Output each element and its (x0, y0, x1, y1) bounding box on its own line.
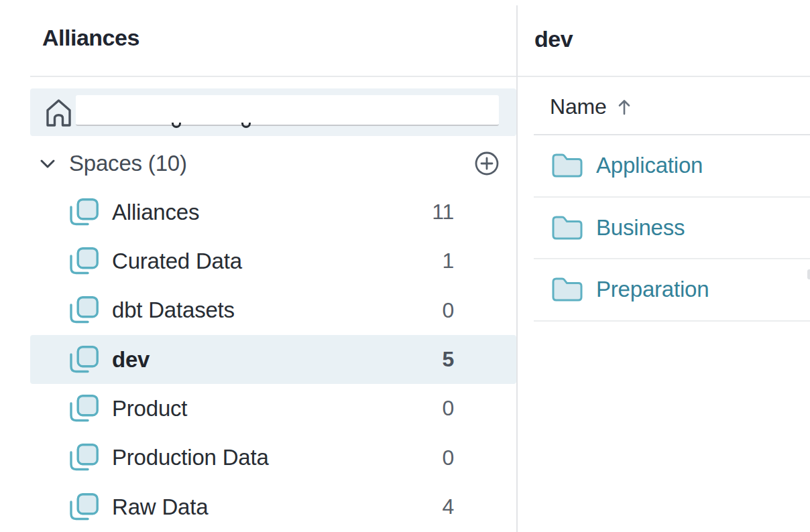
folder-icon (552, 153, 583, 178)
text-descender-mark (172, 123, 181, 128)
space-icon (69, 247, 99, 275)
add-space-button[interactable] (474, 151, 500, 176)
sort-ascending-icon (618, 98, 631, 116)
space-name: dbt Datasets (112, 297, 442, 323)
folder-icon (552, 216, 583, 240)
folder-icon (552, 277, 583, 302)
spaces-section-header: Spaces (10) (30, 141, 516, 186)
folder-row-preparation[interactable]: Preparation (534, 259, 810, 322)
spaces-sidebar: Alliances Spaces (10) (0, 0, 516, 532)
folder-link[interactable]: Business (596, 215, 685, 241)
text-descender-mark (241, 123, 251, 128)
page-title: dev (534, 27, 573, 50)
sidebar-title: Alliances (42, 26, 139, 49)
space-icon (69, 296, 99, 324)
folder-link[interactable]: Preparation (596, 277, 709, 302)
dataset-count: 0 (442, 396, 454, 421)
dataset-count: 4 (442, 494, 454, 519)
plus-circle-icon (474, 151, 500, 176)
dataset-count: 0 (442, 298, 454, 323)
sidebar-item-dev[interactable]: dev 5 (30, 335, 516, 384)
spaces-section-label: Spaces (10) (69, 151, 187, 176)
title-divider (518, 76, 810, 77)
sidebar-item-curated-data[interactable]: Curated Data 1 (30, 237, 516, 285)
space-name: Production Data (112, 445, 442, 470)
space-icon (69, 346, 99, 374)
dataset-count: 5 (442, 347, 454, 372)
space-name: dev (112, 347, 442, 373)
folder-row-business[interactable]: Business (534, 198, 810, 260)
dataset-count: 1 (442, 249, 454, 273)
name-column-label: Name (550, 94, 607, 119)
space-icon (69, 444, 99, 472)
space-name: Alliances (112, 200, 432, 225)
space-list: Alliances 11 Curated Data 1 dbt Datasets (30, 188, 516, 531)
sidebar-item-product[interactable]: Product 0 (30, 384, 516, 433)
sidebar-item-raw-data[interactable]: Raw Data 4 (30, 482, 516, 531)
space-icon (69, 198, 99, 226)
folder-list: Application Business Preparation (518, 135, 810, 322)
sidebar-item-dbt-datasets[interactable]: dbt Datasets 0 (30, 286, 516, 335)
folder-link[interactable]: Application (596, 153, 703, 178)
sidebar-item-production-data[interactable]: Production Data 0 (30, 434, 516, 482)
chevron-down-icon[interactable] (39, 155, 56, 172)
space-name: Curated Data (112, 249, 442, 274)
redacted-text-overlay (76, 95, 499, 126)
space-name: Raw Data (112, 494, 442, 520)
space-contents-panel: dev Name Application Business (518, 0, 810, 532)
dataset-count: 0 (442, 446, 454, 470)
column-header-name[interactable]: Name (550, 90, 631, 123)
space-icon (69, 493, 99, 521)
sidebar-divider (30, 76, 516, 77)
space-name: Product (112, 396, 442, 421)
home-icon (45, 97, 72, 131)
folder-row-application[interactable]: Application (534, 135, 810, 198)
home-row[interactable] (30, 88, 516, 136)
sidebar-item-alliances[interactable]: Alliances 11 (30, 188, 516, 237)
dataset-count: 11 (432, 200, 454, 224)
edge-artifact (807, 269, 810, 279)
space-icon (69, 395, 99, 423)
